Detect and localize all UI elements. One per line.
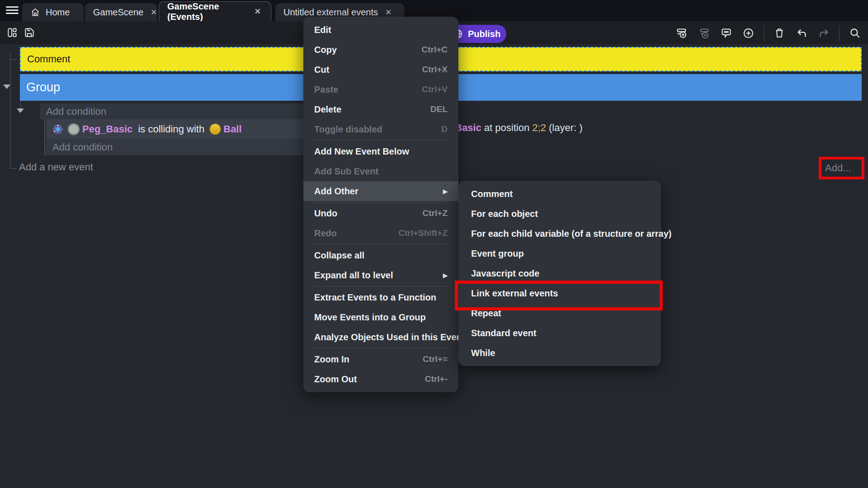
save-icon[interactable] (23, 26, 36, 39)
menu-item-add-other[interactable]: Add Other▶ (303, 181, 458, 201)
tree-line (20, 101, 21, 109)
menu-item-analyze-objects[interactable]: Analyze Objects Used in this Event (303, 327, 458, 347)
tab-label: GameScene (93, 7, 143, 18)
menu-item-toggle-disabled: Toggle disabledD (303, 119, 458, 139)
action-row-text[interactable]: Basic at position 2;2 (layer: ) (455, 122, 583, 134)
add-event-icon[interactable] (675, 26, 689, 40)
collapse-arrow-icon[interactable] (3, 84, 10, 89)
tab-gamescene[interactable]: GameScene ✕ (85, 3, 157, 21)
menu-item-add-new-event-below[interactable]: Add New Event Below (303, 141, 458, 161)
menu-item-zoom-in[interactable]: Zoom InCtrl+= (303, 349, 458, 369)
menu-divider (313, 244, 448, 244)
menu-label: Standard event (471, 328, 536, 338)
menu-item-redo: RedoCtrl+Shift+Z (303, 223, 458, 243)
shortcut: Ctrl+Shift+Z (398, 228, 448, 238)
menu-divider (313, 286, 448, 286)
menu-divider (313, 140, 448, 141)
submenu-item-comment[interactable]: Comment (458, 184, 661, 204)
menu-item-expand-all-to-level[interactable]: Expand all to level▶ (303, 265, 458, 285)
add-new-event-button[interactable]: Add a new event (19, 161, 93, 173)
collapse-arrow-icon[interactable] (17, 108, 24, 113)
add-condition-button[interactable]: Add condition (40, 103, 348, 119)
submenu-item-event-group[interactable]: Event group (458, 244, 661, 263)
peg-basic-thumbnail (68, 123, 80, 135)
shortcut: Ctrl+V (422, 84, 448, 94)
add-comment-icon[interactable] (719, 26, 733, 40)
tab-gamescene-events[interactable]: GameScene (Events) ✕ (159, 1, 271, 21)
tab-label: Home (46, 7, 70, 18)
menu-label: Comment (471, 189, 513, 199)
submenu-item-for-each-child-variable[interactable]: For each child variable (of a structure … (458, 224, 661, 244)
collision-icon (52, 124, 63, 135)
close-icon[interactable]: ✕ (149, 7, 159, 18)
menu-divider (313, 348, 448, 348)
redo-icon[interactable] (817, 26, 830, 40)
menu-item-edit[interactable]: Edit (303, 20, 458, 40)
shortcut: Ctrl+C (421, 45, 448, 55)
menu-item-cut[interactable]: CutCtrl+X (303, 60, 458, 80)
action-text: at position (481, 122, 533, 133)
menu-label: Edit (314, 25, 331, 35)
close-icon[interactable]: ✕ (253, 6, 263, 17)
menu-item-move-events-into-group[interactable]: Move Events into a Group (303, 307, 458, 327)
publish-label: Publish (468, 29, 500, 39)
menu-label: Collapse all (314, 250, 364, 261)
submenu-arrow-icon: ▶ (443, 188, 448, 195)
shortcut: Ctrl+= (423, 354, 448, 364)
submenu-item-standard-event[interactable]: Standard event (458, 323, 661, 343)
menu-item-delete[interactable]: DeleteDEL (303, 99, 458, 119)
menu-item-extract-events-to-function[interactable]: Extract Events to a Function (303, 287, 458, 307)
shortcut: DEL (430, 104, 448, 114)
choose-event-icon[interactable] (741, 26, 755, 40)
home-icon (30, 7, 40, 17)
submenu-item-while[interactable]: While (458, 343, 661, 363)
add-other-submenu: Comment For each object For each child v… (458, 181, 661, 366)
menu-label: Paste (314, 84, 338, 95)
divider (764, 25, 764, 41)
menu-label: Zoom Out (314, 374, 357, 385)
condition-row[interactable]: Peg_Basic is colliding with Ball (46, 119, 348, 139)
menu-label: Add Sub Event (314, 166, 378, 177)
menu-label: Redo (314, 228, 337, 239)
add-condition-button[interactable]: Add condition (46, 139, 348, 155)
menu-label: Extract Events to a Function (314, 292, 436, 303)
submenu-arrow-icon: ▶ (443, 272, 448, 279)
tab-home[interactable]: Home (22, 3, 84, 21)
menu-label: For each child variable (of a structure … (471, 229, 671, 239)
position-value: 2;2 (532, 122, 546, 133)
menu-label: Add New Event Below (314, 146, 409, 157)
add-action-button[interactable]: Add... (825, 162, 851, 174)
menu-label: Expand all to level (314, 270, 393, 281)
search-icon[interactable] (848, 26, 862, 40)
link-external-events-annotation-box (455, 281, 663, 310)
menu-label: Copy (314, 45, 337, 55)
group-title: Group (26, 80, 60, 94)
object-name: Basic (455, 122, 481, 133)
submenu-item-for-each-object[interactable]: For each object (458, 204, 661, 224)
menu-item-collapse-all[interactable]: Collapse all (303, 245, 458, 265)
context-menu: Edit CopyCtrl+C CutCtrl+X PasteCtrl+V De… (303, 17, 458, 392)
menu-label: Cut (314, 65, 329, 75)
add-sub-event-icon[interactable] (697, 26, 711, 40)
layout-panels-icon[interactable] (5, 26, 19, 39)
comment-text: Comment (27, 53, 70, 65)
menu-label: Undo (314, 208, 337, 219)
menu-item-add-sub-event: Add Sub Event (303, 161, 458, 181)
menu-label: Move Events into a Group (314, 312, 426, 323)
tab-label: GameScene (Events) (167, 1, 247, 22)
shortcut: Ctrl+- (425, 374, 448, 384)
close-icon[interactable]: ✕ (383, 7, 393, 18)
action-text: (layer: ) (546, 122, 583, 133)
hamburger-menu-icon[interactable] (5, 5, 19, 16)
menu-item-undo[interactable]: UndoCtrl+Z (303, 203, 458, 223)
menu-label: Analyze Objects Used in this Event (314, 332, 465, 343)
tree-line (10, 53, 10, 168)
menu-item-zoom-out[interactable]: Zoom OutCtrl+- (303, 369, 458, 389)
menu-label: Add Other (314, 186, 359, 197)
object-name: Peg_Basic (82, 123, 132, 135)
trash-icon[interactable] (773, 26, 786, 40)
object-name: Ball (223, 123, 241, 135)
shortcut: Ctrl+X (422, 65, 448, 75)
menu-item-copy[interactable]: CopyCtrl+C (303, 40, 458, 60)
undo-icon[interactable] (795, 26, 808, 40)
